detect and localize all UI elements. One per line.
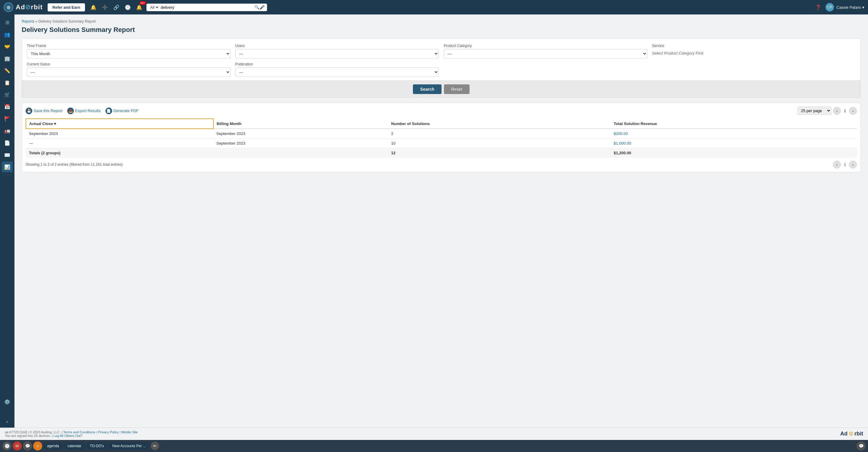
- reset-button[interactable]: Reset: [444, 85, 470, 94]
- filter-row-1: Time Frame This Month Last Month This Qu…: [27, 44, 856, 59]
- sidebar-item-orders[interactable]: 📋: [2, 77, 13, 88]
- sidebar-item-delivery[interactable]: 🚛: [2, 125, 13, 136]
- taskbar-plus-btn[interactable]: +: [33, 442, 42, 451]
- footer-logout-link[interactable]: Log All Others Out?: [53, 434, 82, 438]
- revenue-link-2[interactable]: $1,000.00: [614, 141, 631, 146]
- publication-select[interactable]: —: [236, 67, 439, 77]
- clock-icon-btn[interactable]: 🕐: [123, 2, 133, 12]
- col-num-solutions-label: Number of Solutions: [391, 122, 430, 126]
- save-report-button[interactable]: 💾 Save this Report: [26, 107, 62, 114]
- main-layout: ⊞ 👥 🤝 🏢 ✏️ 📋 🛒 📅 🚩 🚛 📄 ✉️ 📊 ⚙️ » Reports…: [0, 14, 868, 428]
- taskbar-todos-pill[interactable]: TO-DO's: [86, 443, 107, 449]
- export-results-icon: 📤: [67, 107, 74, 114]
- logo: ◎ Ad⊘rbit: [4, 2, 43, 12]
- table-row: September 2023 September 2023 2 $200.00: [26, 129, 857, 139]
- sidebar-item-editorial[interactable]: ✏️: [2, 65, 13, 76]
- alert-icon-btn[interactable]: 🔔: [134, 2, 144, 12]
- col-num-solutions[interactable]: Number of Solutions: [388, 119, 611, 129]
- footer-session-line: You are signed into 25 devices. | Log Al…: [5, 434, 863, 438]
- prev-page-button[interactable]: ‹: [833, 107, 841, 115]
- nav-icon-group: 🔔 ➕ 🔗 🕐 🔔: [89, 2, 144, 12]
- generate-pdf-button[interactable]: 📄 Generate PDF: [105, 107, 138, 114]
- sidebar-item-mail[interactable]: ✉️: [2, 150, 13, 160]
- breadcrumb-parent-link[interactable]: Reports: [22, 19, 34, 24]
- publication-field: Publication —: [236, 62, 439, 77]
- col-actual-close[interactable]: Actual Close ▾: [26, 119, 213, 129]
- sidebar-divider: [2, 175, 12, 175]
- totals-label: Totals (2 groups): [26, 148, 213, 158]
- taskbar-chat-right-btn[interactable]: 💬: [857, 442, 866, 451]
- sidebar-expand-btn[interactable]: »: [5, 418, 10, 425]
- results-count-text: Showing 1 to 2 of 2 entries (filtered fr…: [26, 162, 123, 167]
- prev-page-bottom-button[interactable]: ‹: [833, 161, 841, 168]
- taskbar-clock-btn[interactable]: 🕐: [2, 442, 11, 451]
- taskbar-agenda-pill[interactable]: agenda: [43, 443, 63, 449]
- col-billing-month-label: Billing Month: [217, 122, 241, 126]
- footer-copyright-line: qa 67720 [1dd] | © 2023 Aysling, LLC. | …: [5, 430, 863, 434]
- taskbar: 🕐 ✉ 💬 + agenda calendar TO-DO's New Acco…: [0, 440, 868, 452]
- sidebar-item-reports[interactable]: 📊: [2, 162, 13, 172]
- page-footer: Ad ⊙ rbit qa 67720 [1dd] | © 2023 Ayslin…: [0, 428, 868, 440]
- search-scope-select[interactable]: All: [149, 5, 159, 10]
- next-page-button[interactable]: ›: [849, 107, 857, 115]
- footer-logo-accent: ⊙: [849, 430, 853, 437]
- taskbar-calendar-pill[interactable]: calendar: [64, 443, 85, 449]
- service-field: Service Select Product Category First: [652, 44, 856, 59]
- sidebar-item-flags[interactable]: 🚩: [2, 113, 13, 124]
- sidebar-item-contacts[interactable]: 👥: [2, 29, 13, 40]
- filter-row-2: Current Status — Publication —: [27, 62, 856, 77]
- timeframe-select[interactable]: This Month Last Month This Quarter This …: [27, 49, 230, 59]
- service-placeholder-text: Select Product Category First: [652, 49, 856, 57]
- help-icon-btn[interactable]: ❓: [813, 2, 823, 12]
- timeframe-field: Time Frame This Month Last Month This Qu…: [27, 44, 230, 59]
- col-billing-month[interactable]: Billing Month: [213, 119, 388, 129]
- add-icon-btn[interactable]: ➕: [100, 2, 110, 12]
- revenue-link-1[interactable]: $200.00: [614, 131, 628, 136]
- current-status-field: Current Status —: [27, 62, 230, 77]
- logo-icon: ◎: [4, 2, 13, 12]
- top-navigation: ◎ Ad⊘rbit Refer and Earn 🔔 ➕ 🔗 🕐 🔔 All 🔍…: [0, 0, 868, 14]
- taskbar-new-accounts-pill[interactable]: New Accounts Per ...: [109, 443, 150, 449]
- results-toolbar: 💾 Save this Report 📤 Export Results 📄 Ge…: [26, 107, 857, 115]
- sidebar-item-dashboard[interactable]: ⊞: [2, 17, 13, 28]
- user-menu-button[interactable]: Cassie Pataro ▾: [836, 5, 864, 10]
- table-body: September 2023 September 2023 2 $200.00 …: [26, 129, 857, 158]
- taskbar-mail-btn[interactable]: ✉: [13, 442, 22, 451]
- table-totals-row: Totals (2 groups) 12 $1,200.00: [26, 148, 857, 158]
- search-submit-button[interactable]: 🔍: [254, 5, 259, 10]
- cell-billing-month-2: September 2023: [213, 139, 388, 148]
- users-field: Users —: [236, 44, 439, 59]
- search-button[interactable]: Search: [413, 85, 441, 94]
- footer-mobile-link[interactable]: Mobile Site: [121, 430, 138, 434]
- product-category-select[interactable]: —: [444, 49, 647, 59]
- voice-search-button[interactable]: 🎤: [259, 5, 265, 10]
- link-icon-btn[interactable]: 🔗: [112, 2, 121, 12]
- sidebar-item-settings[interactable]: ⚙️: [2, 396, 13, 407]
- refer-earn-button[interactable]: Refer and Earn: [48, 3, 85, 11]
- totals-num-solutions: 12: [388, 148, 611, 158]
- next-page-bottom-button[interactable]: ›: [849, 161, 857, 168]
- notifications-icon-btn[interactable]: 🔔: [89, 2, 98, 12]
- col-total-revenue[interactable]: Total Solution Revenue: [611, 119, 857, 129]
- sidebar-item-documents[interactable]: 📄: [2, 137, 13, 148]
- export-results-button[interactable]: 📤 Export Results: [67, 107, 101, 114]
- users-select[interactable]: —: [236, 49, 439, 59]
- taskbar-edit-btn[interactable]: ✏: [151, 442, 159, 450]
- taskbar-chat-btn[interactable]: 💬: [23, 442, 32, 451]
- col-total-revenue-label: Total Solution Revenue: [614, 122, 657, 126]
- sidebar-item-calendar[interactable]: 📅: [2, 101, 13, 112]
- current-status-select[interactable]: —: [27, 67, 230, 77]
- sidebar-item-partnerships[interactable]: 🤝: [2, 41, 13, 52]
- totals-billing: [213, 148, 388, 158]
- save-report-label: Save this Report: [33, 108, 62, 113]
- per-page-select[interactable]: 25 per page 10 per page 50 per page 100 …: [798, 107, 831, 115]
- footer-privacy-link[interactable]: Privacy Policy: [98, 430, 119, 434]
- footer-logo-text: Ad: [840, 430, 847, 437]
- sidebar-item-accounts[interactable]: 🏢: [2, 53, 13, 64]
- footer-terms-link[interactable]: Terms and Conditions: [63, 430, 95, 434]
- cell-actual-close-1: September 2023: [26, 129, 213, 139]
- sidebar-item-cart[interactable]: 🛒: [2, 89, 13, 100]
- cell-billing-month-1: September 2023: [213, 129, 388, 139]
- search-input[interactable]: [161, 5, 254, 10]
- breadcrumb-current: Delivery Solutions Summary Report: [38, 19, 96, 24]
